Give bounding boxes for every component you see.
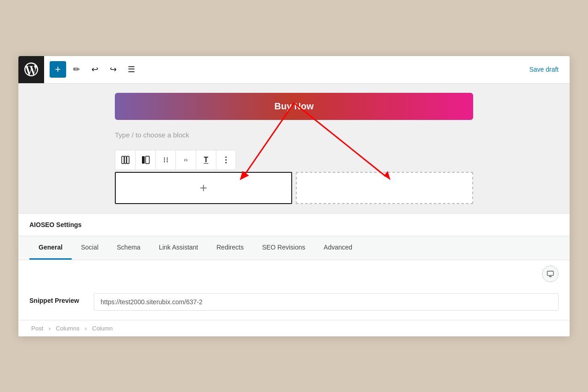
block-columns-row: +	[115, 172, 473, 204]
snippet-preview-label: Snippet Preview	[29, 293, 85, 304]
edit-tool-button[interactable]: ✏	[68, 61, 85, 78]
toolbar: + ✏ ↩ ↪ ☰ Save draft	[18, 56, 570, 84]
breadcrumb-sep-1: ›	[49, 325, 51, 332]
tab-social[interactable]: Social	[72, 236, 107, 260]
editor-area: Buy Now Type / to choose a block	[18, 84, 570, 213]
svg-rect-0	[122, 156, 124, 164]
block-hint: Type / to choose a block	[115, 129, 473, 141]
add-block-button[interactable]: +	[50, 61, 66, 78]
svg-point-8	[166, 157, 167, 158]
column-layout-button[interactable]	[135, 150, 155, 170]
aioseo-section: AIOSEO Settings General Social Schema Li…	[18, 213, 570, 336]
vertical-dots-icon	[225, 156, 227, 164]
buy-now-wrapper: Buy Now	[115, 93, 473, 120]
svg-point-13	[226, 162, 227, 163]
columns-container: +	[115, 172, 473, 204]
breadcrumb-post: Post	[31, 325, 43, 332]
column-icon	[141, 156, 150, 164]
svg-rect-18	[547, 271, 553, 275]
svg-rect-3	[142, 156, 145, 164]
wordpress-icon	[23, 61, 40, 78]
drag-icon	[163, 157, 169, 163]
block-column-right	[296, 172, 473, 204]
columns-icon	[121, 156, 130, 164]
block-section: ‹ › T +	[115, 150, 473, 204]
snippet-area: Snippet Preview https://test2000.siterub…	[18, 284, 570, 320]
columns-layout-button[interactable]	[115, 150, 135, 170]
monitor-icon-wrapper	[18, 260, 570, 284]
tab-schema[interactable]: Schema	[107, 236, 149, 260]
tab-general[interactable]: General	[29, 236, 72, 260]
chevron-right-icon: ›	[186, 157, 188, 163]
monitor-button[interactable]	[542, 266, 559, 282]
navigate-button[interactable]: ‹ ›	[175, 150, 196, 170]
save-draft-button[interactable]: Save draft	[526, 64, 562, 75]
tab-advanced[interactable]: Advanced	[315, 236, 362, 260]
list-view-button[interactable]: ☰	[123, 61, 140, 78]
breadcrumb-columns: Columns	[56, 325, 79, 332]
svg-point-12	[226, 159, 227, 160]
svg-point-7	[164, 161, 164, 162]
text-transform-button[interactable]: T	[196, 150, 216, 170]
buy-now-button[interactable]: Buy Now	[115, 93, 473, 120]
browser-frame: + ✏ ↩ ↪ ☰ Save draft Buy Now Type / to c…	[18, 56, 570, 336]
svg-point-6	[164, 159, 164, 160]
breadcrumb-sep-2: ›	[85, 325, 87, 332]
tab-seo-revisions[interactable]: SEO Revisions	[253, 236, 314, 260]
drag-handle-button[interactable]	[155, 150, 175, 170]
snippet-row: Snippet Preview https://test2000.siterub…	[29, 293, 559, 311]
svg-point-5	[164, 157, 164, 158]
svg-point-9	[166, 159, 167, 160]
breadcrumb-column: Column	[92, 325, 113, 332]
aioseo-tabs: General Social Schema Link Assistant Red…	[18, 236, 570, 260]
redo-button[interactable]: ↪	[105, 61, 121, 78]
svg-rect-1	[124, 156, 126, 164]
add-block-icon: +	[200, 181, 207, 195]
tab-redirects[interactable]: Redirects	[207, 236, 253, 260]
breadcrumb: Post › Columns › Column	[18, 320, 570, 336]
svg-rect-2	[127, 156, 129, 164]
aioseo-header: AIOSEO Settings	[18, 214, 570, 236]
svg-rect-4	[146, 156, 149, 164]
svg-point-11	[226, 156, 227, 158]
block-column-left[interactable]: +	[115, 172, 292, 204]
toolbar-actions: + ✏ ↩ ↪ ☰	[50, 61, 288, 78]
undo-button[interactable]: ↩	[86, 61, 103, 78]
snippet-url-box: https://test2000.siterubix.com/637-2	[94, 293, 559, 311]
tab-link-assistant[interactable]: Link Assistant	[150, 236, 208, 260]
block-toolbar: ‹ › T	[115, 150, 473, 170]
svg-point-10	[166, 161, 167, 162]
more-options-button[interactable]	[216, 150, 236, 170]
monitor-icon	[547, 270, 554, 278]
wp-logo	[18, 56, 44, 84]
